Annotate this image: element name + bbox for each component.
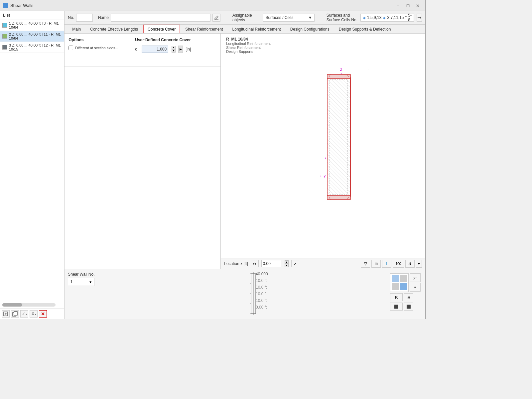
mini-sketch: 40.000 ft 10.0 ft 10.0 ft 10.0 ft 10.0 f…	[118, 272, 389, 315]
edit-name-button[interactable]	[212, 14, 220, 22]
item-color-3	[2, 45, 7, 50]
grid-row-top: Options Different at section sides... Us…	[65, 34, 220, 67]
stop-btn[interactable]: ⬛	[404, 303, 413, 311]
item-color-2	[2, 34, 7, 39]
settings-btn[interactable]: ≡	[410, 283, 421, 292]
tab-main[interactable]: Main	[68, 25, 85, 33]
svg-rect-15	[327, 74, 350, 78]
diagram-area: z ↑ ← y →	[221, 57, 425, 258]
top-bar: No. Name Assignable objects Surfaces / C…	[65, 11, 425, 25]
svg-text:10.0 ft: 10.0 ft	[256, 292, 267, 296]
check-all-button[interactable]: ✓✓	[20, 310, 28, 318]
spin-down[interactable]: ▼	[172, 49, 176, 53]
preview-line-1: Longitudinal Reinforcement	[226, 42, 420, 46]
bottom-right-tools: y+ ≡ 10 🖨 ⬛ ⬛	[389, 272, 422, 312]
assignable-label: Assignable objects	[232, 13, 261, 22]
list-item[interactable]: 3 Z: 0.00 ... 40.00 ft | 12 - R_M1 10/15	[0, 42, 64, 53]
maximize-button[interactable]: □	[403, 2, 413, 9]
tool-row-2: 10 🖨	[390, 293, 421, 301]
expand-btn[interactable]: ⬛	[390, 303, 403, 311]
tab-design-config[interactable]: Design Configurations	[286, 25, 334, 33]
content-area: Options Different at section sides... Us…	[65, 34, 425, 269]
c-btn[interactable]: ▶	[178, 46, 183, 53]
assignable-group: Assignable objects Surfaces / Cells ▼	[232, 13, 315, 22]
info-btn[interactable]: ℹ	[382, 260, 391, 268]
window-title: Shear Walls	[10, 3, 34, 8]
c-input-row: c 1.000 ▲ ▼ ▶ [in]	[135, 46, 216, 53]
copy-button[interactable]	[11, 310, 19, 318]
diagram-coords: ·	[368, 67, 369, 71]
location-label: Location x [ft]	[224, 261, 248, 266]
svg-text:40.000 ft: 40.000 ft	[256, 272, 268, 276]
minimize-button[interactable]: −	[393, 2, 403, 9]
y-plus-btn[interactable]: y+	[410, 273, 421, 282]
filter-btn[interactable]: ▽	[361, 260, 370, 268]
name-input[interactable]	[111, 14, 210, 22]
item-text-1: 1 Z: 0.00 ... 40.00 ft | 3 - R_M1 10/84	[9, 21, 62, 29]
list-item[interactable]: 1 Z: 0.00 ... 40.00 ft | 3 - R_M1 10/84	[0, 20, 64, 31]
scale-10-btn[interactable]: 10	[390, 293, 403, 301]
horizontal-scrollbar[interactable]	[2, 303, 56, 307]
svg-text:10.0 ft: 10.0 ft	[256, 298, 267, 303]
name-field-group: Name	[98, 14, 220, 22]
loc-spin-down[interactable]: ▼	[285, 264, 289, 267]
list-item[interactable]: 2 Z: 0.00 ... 40.00 ft | 11 - R_M1 10/84	[0, 31, 64, 42]
wall-diagram	[326, 74, 352, 201]
loc-spin-up[interactable]: ▲	[285, 260, 289, 264]
spin-up[interactable]: ▲	[172, 46, 176, 49]
shear-wall-label: Shear Wall No.	[68, 272, 118, 277]
svg-text:+: +	[4, 312, 7, 316]
surfaces-value2: 3,7,11,15	[387, 15, 404, 20]
preview-line-2: Shear Reinforcement	[226, 46, 420, 50]
grid-row-bottom	[65, 67, 220, 269]
options-bottom-cell	[65, 67, 131, 269]
uncheck-all-button[interactable]: ✗✓	[30, 310, 38, 318]
c-spinner: ▲ ▼	[172, 46, 176, 53]
preview-panel: R_M1 10/84 Longitudinal Reinforcement Sh…	[221, 34, 425, 269]
assignable-dropdown[interactable]: Surfaces / Cells ▼	[263, 14, 314, 22]
svg-marker-11	[420, 17, 421, 19]
different-sides-checkbox[interactable]	[68, 46, 73, 50]
delete-button[interactable]: ✕	[39, 310, 47, 318]
add-button[interactable]: +	[2, 310, 10, 318]
tab-design-supp[interactable]: Design Supports & Deflection	[334, 25, 395, 33]
scale-100-btn[interactable]: 100	[393, 260, 404, 268]
options-title: Options	[68, 38, 127, 42]
svg-text:✓✓: ✓✓	[22, 312, 27, 316]
list-items: 1 Z: 0.00 ... 40.00 ft | 3 - R_M1 10/84 …	[0, 20, 64, 301]
print-bottom-btn[interactable]: 🖨	[404, 293, 413, 301]
tab-shear-reinf[interactable]: Shear Reinforcement	[181, 25, 227, 33]
location-arrow-btn[interactable]: ↗	[291, 260, 299, 267]
svg-rect-2	[4, 5, 8, 5]
tool-col-2: y+ ≡	[410, 273, 421, 292]
surface-icon-1: ◉	[363, 16, 366, 20]
no-label: No.	[68, 15, 74, 20]
svg-rect-18	[327, 196, 350, 200]
c-label: c	[135, 47, 139, 52]
location-btn1[interactable]: ⊙	[251, 260, 259, 267]
print-btn[interactable]: 🖨	[405, 260, 415, 268]
view-grid-btn[interactable]	[390, 273, 409, 292]
shear-wall-select[interactable]: 1 ▼	[68, 278, 94, 286]
list-header: List	[0, 11, 64, 20]
tab-concrete-cover[interactable]: Concrete Cover	[143, 25, 180, 33]
main-content: List 1 Z: 0.00 ... 40.00 ft | 3 - R_M1 1…	[0, 11, 425, 319]
tab-long-reinf[interactable]: Longitudinal Reinforcement	[228, 25, 285, 33]
left-panel: List 1 Z: 0.00 ... 40.00 ft | 3 - R_M1 1…	[0, 11, 65, 319]
item-color-1	[2, 23, 7, 28]
tool-row-3: ⬛ ⬛	[390, 303, 421, 311]
no-field-group: No.	[68, 14, 93, 22]
dropdown-arrow-icon: ▼	[308, 15, 312, 20]
no-input[interactable]	[76, 14, 93, 22]
more-btn[interactable]: ▼	[416, 260, 422, 268]
close-button[interactable]: ✕	[413, 2, 423, 9]
surfaces-edit-button[interactable]	[417, 14, 422, 22]
window-controls: − □ ✕	[393, 2, 423, 9]
table-btn[interactable]: ⊞	[371, 260, 381, 268]
surface-icon-2: ◉	[383, 16, 386, 20]
y-axis-label: ← y	[319, 174, 326, 178]
svg-text:10.0 ft: 10.0 ft	[256, 285, 267, 290]
options-cell: Options Different at section sides...	[65, 34, 131, 66]
left-content: Options Different at section sides... Us…	[65, 34, 221, 269]
tab-concrete-eff[interactable]: Concrete Effective Lengths	[86, 25, 142, 33]
